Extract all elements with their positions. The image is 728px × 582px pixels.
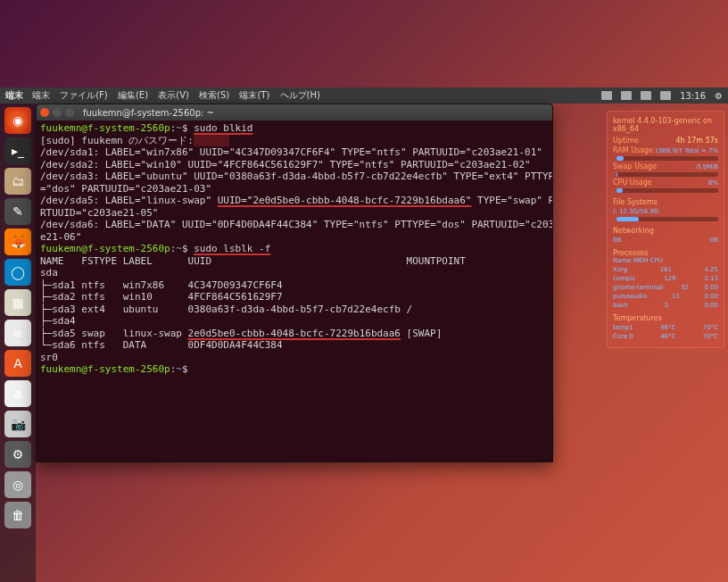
fs-bar	[616, 217, 718, 221]
proc-cols: Name MEM CPU	[613, 257, 718, 264]
proc-row: pulseaudio130.00	[613, 293, 718, 300]
temp-header: Temperatures	[613, 314, 718, 322]
trash-icon[interactable]: 🗑	[4, 502, 31, 528]
dash-icon[interactable]: ◉	[4, 107, 31, 134]
settings-icon[interactable]: ⚙	[4, 441, 31, 468]
cpu-text: 6%	[708, 179, 718, 187]
menu-terminal[interactable]: 端末	[32, 90, 50, 100]
menu-edit[interactable]: 編集(E)	[118, 90, 148, 100]
proc-row: gnome-terminal-320.00	[613, 284, 718, 291]
swap-label: Swap Usage	[613, 162, 657, 170]
cpu-label: CPU Usage	[613, 179, 652, 187]
libreoffice-calc-icon[interactable]: ▦	[4, 289, 31, 316]
disc-icon[interactable]: ◎	[4, 471, 31, 498]
kernel-line: kernel 4.4.0-103-generic on x86_64	[613, 117, 718, 133]
proc-header: Processes	[613, 249, 718, 257]
fs-header: File Systems	[613, 198, 718, 206]
minimize-icon[interactable]	[53, 108, 62, 117]
temp1-label: temp1	[613, 324, 633, 331]
software-center-icon[interactable]: A	[4, 350, 31, 377]
battery-indicator-icon[interactable]	[641, 91, 651, 100]
maximize-icon[interactable]	[65, 108, 74, 117]
menu-terminal2[interactable]: 端末(T)	[239, 90, 269, 100]
uptime-value: 4h 17m 57s	[675, 137, 718, 145]
ram-text: 1988.9/7 Total = 7%	[655, 147, 718, 154]
net-header: Networking	[613, 227, 718, 235]
active-app-name: 端末	[5, 89, 23, 102]
text-editor-icon[interactable]: ✎	[4, 198, 31, 225]
terminal-body[interactable]: fuukemn@f-system-2560p:~$ sudo blkid [su…	[37, 121, 552, 378]
clock[interactable]: 13:16	[680, 91, 706, 101]
firefox-icon[interactable]: 🦊	[4, 229, 31, 255]
temp1-value: 46°C	[660, 324, 675, 331]
unity-launcher: ◉ ▸_ 🗂 ✎ 🦊 ◯ ▦ ≡ A a 📷 ⚙ ◎ 🗑	[0, 104, 36, 582]
ram-bar	[616, 156, 718, 161]
chromium-icon[interactable]: ◯	[4, 259, 31, 286]
menu-view[interactable]: 表示(V)	[158, 90, 189, 100]
proc-row: bash30.00	[613, 302, 718, 309]
conky-widget: kernel 4.4.0-103-generic on x86_64 Uptim…	[607, 111, 724, 348]
core0-label: Core 0	[613, 333, 633, 340]
swap-text: 0.9MiB	[697, 163, 718, 170]
window-title: fuukemn@f-system-2560p: ~	[83, 108, 214, 118]
fs-path: /: 12.3G/56.9G	[613, 208, 658, 215]
proc-row: compiz1292.13	[613, 275, 718, 282]
temp1-b: 70°C	[703, 324, 718, 331]
cpu-bar	[616, 188, 718, 193]
amazon-icon[interactable]: a	[4, 380, 31, 407]
swap-bar	[616, 172, 718, 177]
menu-file[interactable]: ファイル(F)	[60, 90, 108, 100]
menu-search[interactable]: 検索(S)	[199, 90, 229, 100]
core0-value: 46°C	[660, 333, 675, 340]
files-icon[interactable]: 🗂	[4, 168, 31, 195]
close-icon[interactable]	[40, 108, 49, 117]
gear-icon[interactable]: ⚙	[715, 91, 723, 101]
terminal-icon[interactable]: ▸_	[4, 137, 31, 164]
net-up: 0B	[613, 237, 621, 244]
network-indicator-icon[interactable]	[621, 91, 632, 100]
top-menubar: 端末 端末 ファイル(F) 編集(E) 表示(V) 検索(S) 端末(T) ヘル…	[0, 87, 728, 104]
proc-row: Xorg1614.25	[613, 266, 718, 273]
net-down: 0B	[710, 237, 718, 244]
menu-help[interactable]: ヘルプ(H)	[280, 90, 320, 100]
terminal-window: fuukemn@f-system-2560p: ~ fuukemn@f-syst…	[36, 104, 553, 462]
screenshot-icon[interactable]: 📷	[4, 411, 31, 437]
app-menus: 端末 ファイル(F) 編集(E) 表示(V) 検索(S) 端末(T) ヘルプ(H…	[32, 89, 327, 102]
uptime-label: Uptime	[613, 137, 639, 145]
sound-indicator-icon[interactable]	[660, 91, 671, 100]
libreoffice-writer-icon[interactable]: ≡	[4, 320, 31, 346]
ram-label: RAM Usage	[613, 146, 653, 154]
keyboard-indicator-icon[interactable]	[601, 91, 612, 100]
window-titlebar[interactable]: fuukemn@f-system-2560p: ~	[37, 104, 552, 121]
core0-b: 70°C	[703, 333, 718, 340]
